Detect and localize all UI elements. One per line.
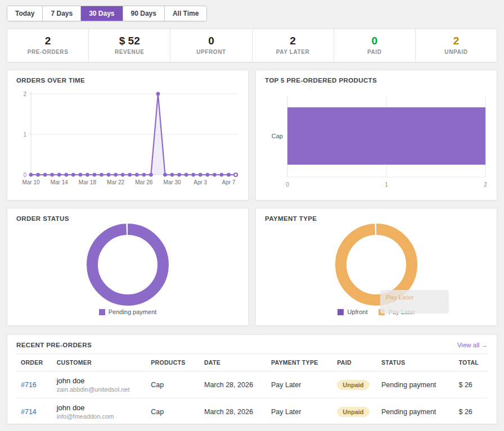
svg-text:0: 0	[286, 182, 289, 188]
svg-text:1: 1	[23, 131, 26, 138]
svg-text:Apr 3: Apr 3	[194, 179, 207, 185]
stat-label: PAID	[334, 49, 415, 55]
top-products-card: TOP 5 PRE-ORDERED PRODUCTS 012Cap	[255, 70, 497, 201]
customer-name: john doe	[57, 403, 142, 412]
stat-value: 2	[7, 35, 88, 47]
recent-pre-orders-card: RECENT PRE-ORDERS View all → ORDERCUSTOM…	[7, 334, 497, 424]
column-header-payment-type: PAYMENT TYPE	[267, 354, 332, 371]
recent-pre-orders-title: RECENT PRE-ORDERS	[16, 342, 92, 348]
stat-value: $ 52	[89, 35, 170, 47]
payment-type-donut-wrap	[265, 222, 488, 307]
charts-row-1: ORDERS OVER TIME 012Mar 10Mar 14Mar 18Ma…	[7, 70, 497, 201]
cell-payment-type: Pay Later	[267, 398, 332, 425]
svg-text:2: 2	[23, 91, 26, 97]
time-filter-tabs: Today7 Days30 Days90 DaysAll Time	[7, 6, 207, 21]
order-row-714: #714john doeinfo@fmeaddon.comCapMarch 28…	[16, 398, 488, 425]
stat-pre-orders: 2PRE-ORDERS	[7, 29, 89, 62]
svg-text:Apr 7: Apr 7	[222, 179, 235, 185]
stat-value: 2	[416, 35, 497, 47]
svg-text:Mar 10: Mar 10	[22, 179, 40, 185]
stat-label: PRE-ORDERS	[7, 49, 88, 55]
svg-text:Mar 30: Mar 30	[163, 179, 181, 185]
view-all-link[interactable]: View all →	[457, 342, 488, 348]
svg-text:1: 1	[385, 182, 388, 188]
filter-tab-30-days[interactable]: 30 Days	[81, 6, 123, 21]
pre-orders-dashboard: Today7 Days30 Days90 DaysAll Time 2PRE-O…	[0, 0, 504, 430]
svg-text:Cap: Cap	[272, 133, 283, 139]
orders-over-time-card: ORDERS OVER TIME 012Mar 10Mar 14Mar 18Ma…	[7, 70, 249, 201]
order-status-title: ORDER STATUS	[16, 215, 239, 222]
legend-item-pay-later[interactable]: Pay Later	[379, 308, 415, 315]
cell-total: $ 26	[454, 371, 488, 398]
svg-text:2: 2	[484, 182, 487, 188]
cell-date: March 28, 2026	[200, 371, 267, 398]
legend-swatch	[379, 309, 385, 315]
stat-label: PAY LATER	[253, 49, 334, 55]
filter-tab-today[interactable]: Today	[7, 6, 43, 21]
recent-orders-table: ORDERCUSTOMERPRODUCTSDATEPAYMENT TYPEPAI…	[16, 353, 488, 424]
column-header-customer: CUSTOMER	[52, 354, 147, 371]
cell-date: March 28, 2026	[200, 398, 267, 425]
order-status-legend: Pending payment	[16, 308, 239, 315]
payment-type-title: PAYMENT TYPE	[265, 215, 488, 222]
top-products-chart[interactable]: 012Cap	[265, 86, 489, 196]
cell-status: Pending payment	[377, 371, 454, 398]
filter-tab-7-days[interactable]: 7 Days	[43, 6, 81, 21]
customer-email: zain.abbdin@unitedsol.net	[57, 386, 142, 393]
stats-bar: 2PRE-ORDERS$ 52REVENUE0UPFRONT2PAY LATER…	[7, 29, 497, 62]
cell-products: Cap	[146, 371, 200, 398]
paid-status-badge: Unpaid	[337, 407, 369, 417]
svg-text:Mar 18: Mar 18	[79, 179, 97, 185]
orders-over-time-title: ORDERS OVER TIME	[16, 77, 239, 84]
stat-unpaid: 2UNPAID	[416, 29, 497, 62]
paid-status-badge: Unpaid	[337, 380, 369, 390]
column-header-total: TOTAL	[454, 354, 488, 371]
stat-pay-later: 2PAY LATER	[253, 29, 334, 62]
recent-pre-orders-header: RECENT PRE-ORDERS View all →	[16, 342, 488, 348]
order-status-card: ORDER STATUS Pending payment	[7, 208, 249, 326]
order-status-donut-wrap	[16, 222, 239, 307]
cell-payment-type: Pay Later	[267, 371, 332, 398]
table-header-row: ORDERCUSTOMERPRODUCTSDATEPAYMENT TYPEPAI…	[16, 354, 488, 371]
cell-products: Cap	[146, 398, 200, 425]
cell-total: $ 26	[454, 398, 488, 425]
cell-status: Pending payment	[377, 398, 454, 425]
legend-label: Upfront	[347, 308, 367, 315]
charts-row-2: ORDER STATUS Pending payment PAYMENT TYP…	[7, 208, 497, 326]
order-status-donut[interactable]	[83, 222, 172, 307]
stat-value: 0	[170, 35, 251, 47]
svg-text:Mar 14: Mar 14	[51, 179, 69, 185]
filter-tab-all-time[interactable]: All Time	[165, 6, 206, 21]
column-header-date: DATE	[200, 354, 267, 371]
legend-label: Pending payment	[109, 308, 157, 315]
payment-type-donut[interactable]	[332, 222, 421, 307]
order-row-716: #716john doezain.abbdin@unitedsol.netCap…	[16, 371, 488, 398]
stat-label: UPFRONT	[170, 49, 251, 55]
stat-label: REVENUE	[89, 49, 170, 55]
stat-paid: 0PAID	[334, 29, 416, 62]
legend-item-pending-payment[interactable]: Pending payment	[99, 308, 157, 315]
column-header-status: STATUS	[377, 354, 454, 371]
stat-upfront: 0UPFRONT	[170, 29, 252, 62]
stat-revenue: $ 52REVENUE	[89, 29, 170, 62]
stat-value: 0	[334, 35, 415, 47]
svg-text:Mar 22: Mar 22	[107, 179, 125, 185]
filter-tab-90-days[interactable]: 90 Days	[123, 6, 165, 21]
customer-name: john doe	[57, 376, 142, 385]
order-link[interactable]: #714	[21, 408, 37, 416]
legend-swatch	[99, 309, 105, 315]
payment-type-legend: UpfrontPay Later	[265, 308, 488, 315]
column-header-paid: PAID	[332, 354, 377, 371]
customer-email: info@fmeaddon.com	[57, 413, 142, 420]
stat-value: 2	[253, 35, 334, 47]
legend-item-upfront[interactable]: Upfront	[338, 308, 367, 315]
column-header-products: PRODUCTS	[146, 354, 200, 371]
svg-text:Mar 26: Mar 26	[135, 179, 153, 185]
stat-label: UNPAID	[416, 49, 497, 55]
order-link[interactable]: #716	[21, 381, 37, 389]
legend-swatch	[338, 309, 344, 315]
svg-text:0: 0	[23, 172, 26, 178]
top-products-title: TOP 5 PRE-ORDERED PRODUCTS	[265, 77, 488, 84]
payment-type-card: PAYMENT TYPE UpfrontPay Later Pay Later	[255, 208, 497, 326]
orders-over-time-chart[interactable]: 012Mar 10Mar 14Mar 18Mar 22Mar 26Mar 30A…	[16, 86, 240, 196]
